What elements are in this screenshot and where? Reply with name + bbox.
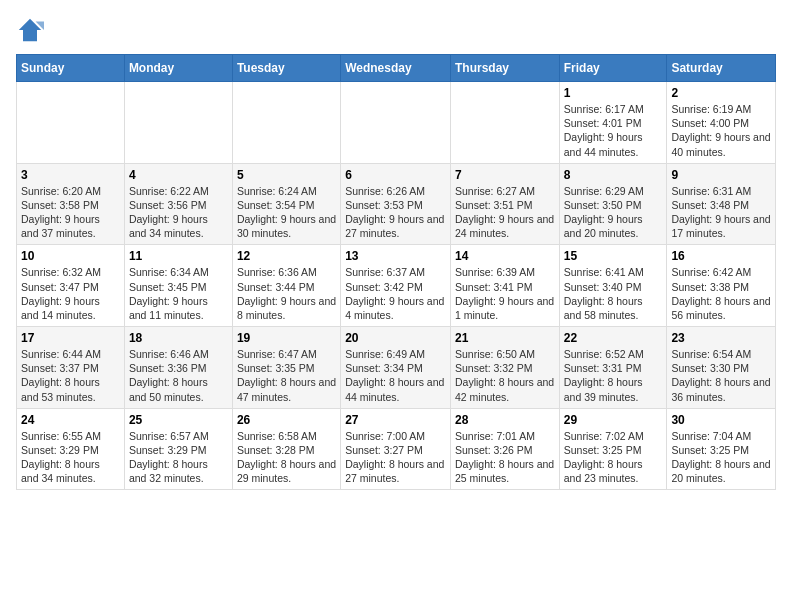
weekday-header: Monday (124, 55, 232, 82)
calendar-cell: 22Sunrise: 6:52 AMSunset: 3:31 PMDayligh… (559, 327, 667, 409)
calendar-cell: 19Sunrise: 6:47 AMSunset: 3:35 PMDayligh… (232, 327, 340, 409)
calendar-cell: 20Sunrise: 6:49 AMSunset: 3:34 PMDayligh… (341, 327, 451, 409)
day-number: 8 (564, 168, 663, 182)
calendar-cell: 30Sunrise: 7:04 AMSunset: 3:25 PMDayligh… (667, 408, 776, 490)
calendar-cell: 8Sunrise: 6:29 AMSunset: 3:50 PMDaylight… (559, 163, 667, 245)
calendar-week-row: 24Sunrise: 6:55 AMSunset: 3:29 PMDayligh… (17, 408, 776, 490)
day-info: Sunrise: 6:34 AMSunset: 3:45 PMDaylight:… (129, 265, 228, 322)
day-info: Sunrise: 6:41 AMSunset: 3:40 PMDaylight:… (564, 265, 663, 322)
calendar-week-row: 1Sunrise: 6:17 AMSunset: 4:01 PMDaylight… (17, 82, 776, 164)
day-info: Sunrise: 6:58 AMSunset: 3:28 PMDaylight:… (237, 429, 336, 486)
day-number: 16 (671, 249, 771, 263)
day-info: Sunrise: 6:57 AMSunset: 3:29 PMDaylight:… (129, 429, 228, 486)
day-number: 12 (237, 249, 336, 263)
calendar-week-row: 3Sunrise: 6:20 AMSunset: 3:58 PMDaylight… (17, 163, 776, 245)
calendar-cell (341, 82, 451, 164)
weekday-header: Friday (559, 55, 667, 82)
calendar-cell: 10Sunrise: 6:32 AMSunset: 3:47 PMDayligh… (17, 245, 125, 327)
day-info: Sunrise: 7:00 AMSunset: 3:27 PMDaylight:… (345, 429, 446, 486)
day-info: Sunrise: 7:01 AMSunset: 3:26 PMDaylight:… (455, 429, 555, 486)
calendar-cell (450, 82, 559, 164)
calendar-cell: 2Sunrise: 6:19 AMSunset: 4:00 PMDaylight… (667, 82, 776, 164)
day-number: 1 (564, 86, 663, 100)
day-number: 30 (671, 413, 771, 427)
day-number: 9 (671, 168, 771, 182)
calendar-cell: 16Sunrise: 6:42 AMSunset: 3:38 PMDayligh… (667, 245, 776, 327)
day-number: 11 (129, 249, 228, 263)
day-info: Sunrise: 6:46 AMSunset: 3:36 PMDaylight:… (129, 347, 228, 404)
calendar-cell: 27Sunrise: 7:00 AMSunset: 3:27 PMDayligh… (341, 408, 451, 490)
weekday-header: Tuesday (232, 55, 340, 82)
day-info: Sunrise: 6:27 AMSunset: 3:51 PMDaylight:… (455, 184, 555, 241)
calendar-week-row: 17Sunrise: 6:44 AMSunset: 3:37 PMDayligh… (17, 327, 776, 409)
day-number: 19 (237, 331, 336, 345)
calendar-cell: 14Sunrise: 6:39 AMSunset: 3:41 PMDayligh… (450, 245, 559, 327)
day-number: 5 (237, 168, 336, 182)
day-info: Sunrise: 6:42 AMSunset: 3:38 PMDaylight:… (671, 265, 771, 322)
calendar-cell (17, 82, 125, 164)
calendar-cell: 13Sunrise: 6:37 AMSunset: 3:42 PMDayligh… (341, 245, 451, 327)
day-info: Sunrise: 7:02 AMSunset: 3:25 PMDaylight:… (564, 429, 663, 486)
day-info: Sunrise: 6:19 AMSunset: 4:00 PMDaylight:… (671, 102, 771, 159)
day-info: Sunrise: 6:39 AMSunset: 3:41 PMDaylight:… (455, 265, 555, 322)
day-info: Sunrise: 6:54 AMSunset: 3:30 PMDaylight:… (671, 347, 771, 404)
day-info: Sunrise: 6:55 AMSunset: 3:29 PMDaylight:… (21, 429, 120, 486)
page-header (16, 16, 776, 44)
calendar-cell: 21Sunrise: 6:50 AMSunset: 3:32 PMDayligh… (450, 327, 559, 409)
day-info: Sunrise: 7:04 AMSunset: 3:25 PMDaylight:… (671, 429, 771, 486)
calendar-table: SundayMondayTuesdayWednesdayThursdayFrid… (16, 54, 776, 490)
day-info: Sunrise: 6:32 AMSunset: 3:47 PMDaylight:… (21, 265, 120, 322)
weekday-header: Saturday (667, 55, 776, 82)
day-number: 7 (455, 168, 555, 182)
day-number: 2 (671, 86, 771, 100)
calendar-cell: 18Sunrise: 6:46 AMSunset: 3:36 PMDayligh… (124, 327, 232, 409)
weekday-header: Wednesday (341, 55, 451, 82)
day-info: Sunrise: 6:17 AMSunset: 4:01 PMDaylight:… (564, 102, 663, 159)
day-info: Sunrise: 6:22 AMSunset: 3:56 PMDaylight:… (129, 184, 228, 241)
weekday-header: Thursday (450, 55, 559, 82)
calendar-cell: 5Sunrise: 6:24 AMSunset: 3:54 PMDaylight… (232, 163, 340, 245)
day-info: Sunrise: 6:52 AMSunset: 3:31 PMDaylight:… (564, 347, 663, 404)
calendar-cell (232, 82, 340, 164)
calendar-header-row: SundayMondayTuesdayWednesdayThursdayFrid… (17, 55, 776, 82)
calendar-cell: 12Sunrise: 6:36 AMSunset: 3:44 PMDayligh… (232, 245, 340, 327)
calendar-cell: 15Sunrise: 6:41 AMSunset: 3:40 PMDayligh… (559, 245, 667, 327)
calendar-cell: 23Sunrise: 6:54 AMSunset: 3:30 PMDayligh… (667, 327, 776, 409)
calendar-cell: 9Sunrise: 6:31 AMSunset: 3:48 PMDaylight… (667, 163, 776, 245)
day-number: 15 (564, 249, 663, 263)
day-number: 3 (21, 168, 120, 182)
day-info: Sunrise: 6:44 AMSunset: 3:37 PMDaylight:… (21, 347, 120, 404)
day-number: 25 (129, 413, 228, 427)
day-number: 24 (21, 413, 120, 427)
calendar-cell: 3Sunrise: 6:20 AMSunset: 3:58 PMDaylight… (17, 163, 125, 245)
day-info: Sunrise: 6:37 AMSunset: 3:42 PMDaylight:… (345, 265, 446, 322)
calendar-cell: 7Sunrise: 6:27 AMSunset: 3:51 PMDaylight… (450, 163, 559, 245)
day-number: 17 (21, 331, 120, 345)
calendar-cell: 4Sunrise: 6:22 AMSunset: 3:56 PMDaylight… (124, 163, 232, 245)
day-info: Sunrise: 6:47 AMSunset: 3:35 PMDaylight:… (237, 347, 336, 404)
day-number: 4 (129, 168, 228, 182)
day-number: 27 (345, 413, 446, 427)
calendar-cell: 1Sunrise: 6:17 AMSunset: 4:01 PMDaylight… (559, 82, 667, 164)
day-number: 21 (455, 331, 555, 345)
calendar-cell (124, 82, 232, 164)
day-number: 6 (345, 168, 446, 182)
day-number: 13 (345, 249, 446, 263)
calendar-cell: 11Sunrise: 6:34 AMSunset: 3:45 PMDayligh… (124, 245, 232, 327)
day-number: 29 (564, 413, 663, 427)
day-number: 10 (21, 249, 120, 263)
logo (16, 16, 48, 44)
calendar-cell: 17Sunrise: 6:44 AMSunset: 3:37 PMDayligh… (17, 327, 125, 409)
calendar-cell: 28Sunrise: 7:01 AMSunset: 3:26 PMDayligh… (450, 408, 559, 490)
calendar-cell: 25Sunrise: 6:57 AMSunset: 3:29 PMDayligh… (124, 408, 232, 490)
day-info: Sunrise: 6:24 AMSunset: 3:54 PMDaylight:… (237, 184, 336, 241)
day-info: Sunrise: 6:50 AMSunset: 3:32 PMDaylight:… (455, 347, 555, 404)
day-number: 28 (455, 413, 555, 427)
day-info: Sunrise: 6:36 AMSunset: 3:44 PMDaylight:… (237, 265, 336, 322)
calendar-week-row: 10Sunrise: 6:32 AMSunset: 3:47 PMDayligh… (17, 245, 776, 327)
day-info: Sunrise: 6:26 AMSunset: 3:53 PMDaylight:… (345, 184, 446, 241)
day-number: 26 (237, 413, 336, 427)
weekday-header: Sunday (17, 55, 125, 82)
calendar-cell: 6Sunrise: 6:26 AMSunset: 3:53 PMDaylight… (341, 163, 451, 245)
day-info: Sunrise: 6:49 AMSunset: 3:34 PMDaylight:… (345, 347, 446, 404)
